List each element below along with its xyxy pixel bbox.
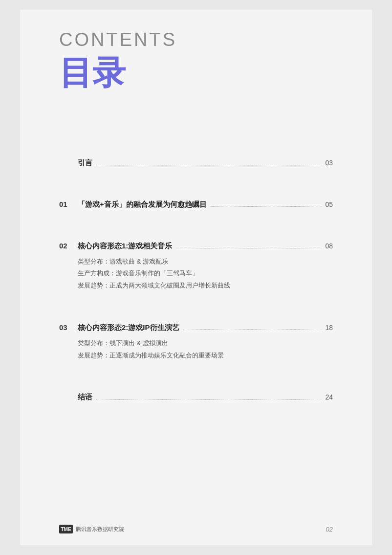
toc-sub-row-03-1: 类型分布：线下演出 & 虚拟演出 [78,337,333,350]
toc-row-01: 01 「游戏+音乐」的融合发展为何愈趋瞩目 05 [59,191,333,218]
toc-sub-row-02-2: 生产方构成：游戏音乐制作的「三驾马车」 [78,267,333,280]
toc-sub-items-02: 类型分布：游戏歌曲 & 游戏配乐 生产方构成：游戏音乐制作的「三驾马车」 发展趋… [78,256,333,292]
toc-intro-dots [96,165,321,165]
spacer-3 [59,300,333,314]
toc-items: 引言 03 01 「游戏+音乐」的融合发展为何愈趋瞩目 05 02 核心内容形态… [59,150,333,411]
header-block: CONTENTS 目录 [59,29,333,91]
toc-number-02: 02 [59,242,78,250]
footer-logo-text: 腾讯音乐数据研究院 [76,526,124,533]
toc-title-03: 核心内容形态2:游戏IP衍生演艺 [78,323,179,333]
toc-dots-03 [183,330,322,330]
toc-intro-title: 引言 [78,158,92,168]
footer-page-number: 02 [326,526,333,533]
toc-page-03: 18 [325,324,333,332]
toc-conclusion-dots [96,399,321,400]
toc-number-03: 03 [59,323,78,332]
toc-sub-row-02-3: 发展趋势：正成为两大领域文化破圈及用户增长新曲线 [78,280,333,292]
tme-logo-svg: TME [59,525,73,533]
contents-en-title: CONTENTS [59,29,333,50]
toc-number-01: 01 [59,200,78,208]
toc-sub-items-03: 类型分布：线下演出 & 虚拟演出 发展趋势：正逐渐成为推动娱乐文化融合的重要场景 [78,337,333,361]
toc-conclusion-page: 24 [325,393,333,401]
page: CONTENTS 目录 引言 03 01 「游戏+音乐」的融合发展为何愈趋瞩目 … [20,10,372,545]
toc-intro-page: 03 [325,159,333,167]
contents-zh-title: 目录 [59,54,333,91]
spacer-2 [59,218,333,233]
toc-conclusion-title: 结语 [78,393,92,402]
toc-conclusion-row: 结语 24 [59,384,333,411]
logo-icon: TME [59,525,73,533]
toc-title-02: 核心内容形态1:游戏相关音乐 [78,242,172,251]
toc-title-01: 「游戏+音乐」的融合发展为何愈趋瞩目 [78,200,207,209]
toc-row-02: 02 核心内容形态1:游戏相关音乐 08 [59,233,333,254]
toc-intro-row: 引言 03 [59,150,333,177]
toc-sub-row-03-2: 发展趋势：正逐渐成为推动娱乐文化融合的重要场景 [78,350,333,362]
toc-dots-02 [176,248,321,248]
svg-text:TME: TME [61,527,71,532]
footer: TME 腾讯音乐数据研究院 02 [59,525,333,533]
toc-sub-row-02-1: 类型分布：游戏歌曲 & 游戏配乐 [78,256,333,268]
toc-row-03: 03 核心内容形态2:游戏IP衍生演艺 18 [59,314,333,335]
spacer-1 [59,177,333,191]
toc-page-02: 08 [325,242,333,250]
toc-dots-01 [211,206,322,207]
spacer-4 [59,369,333,384]
footer-logo: TME 腾讯音乐数据研究院 [59,525,124,533]
toc-page-01: 05 [325,200,333,208]
